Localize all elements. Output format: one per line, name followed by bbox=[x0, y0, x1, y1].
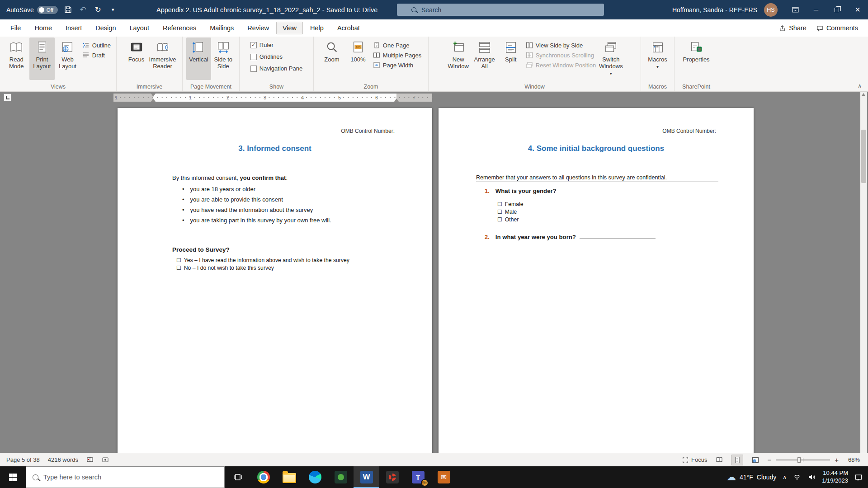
chrome-taskbar-button[interactable] bbox=[250, 466, 276, 488]
ribbon-display-icon bbox=[792, 6, 799, 14]
vertical-button[interactable]: Vertical bbox=[186, 38, 211, 80]
tab-help[interactable]: Help bbox=[304, 22, 330, 34]
zoom-button[interactable]: Zoom bbox=[319, 38, 345, 80]
print-layout-button[interactable]: Print Layout bbox=[29, 38, 55, 80]
read-mode-view-button[interactable] bbox=[713, 455, 725, 465]
switch-windows-button[interactable]: Switch Windows ▾ bbox=[598, 38, 624, 80]
weather-widget[interactable]: ☁ 41°F Cloudy bbox=[726, 472, 776, 483]
one-page-button[interactable]: One Page bbox=[371, 41, 423, 49]
group-label-views: Views bbox=[0, 84, 116, 90]
scroll-up-icon[interactable] bbox=[862, 93, 865, 96]
tab-home[interactable]: Home bbox=[28, 22, 58, 34]
tab-insert[interactable]: Insert bbox=[59, 22, 88, 34]
search-input[interactable] bbox=[421, 6, 584, 14]
zoom-out-button[interactable]: − bbox=[767, 456, 771, 464]
acrobat-taskbar-button[interactable] bbox=[379, 466, 405, 488]
split-button[interactable]: Split bbox=[498, 38, 524, 80]
focus-button[interactable]: Focus bbox=[123, 38, 150, 80]
focus-mode-button[interactable]: Focus bbox=[682, 456, 707, 463]
word-count[interactable]: 4216 words bbox=[48, 456, 78, 463]
zoom-100-button[interactable]: 100 100% bbox=[345, 38, 371, 80]
print-layout-view-button[interactable] bbox=[731, 455, 743, 465]
comments-button[interactable]: Comments bbox=[816, 24, 858, 32]
restore-button[interactable] bbox=[826, 0, 847, 19]
arrange-all-button[interactable]: Arrange All bbox=[472, 38, 498, 80]
web-layout-view-button[interactable] bbox=[749, 455, 761, 465]
tab-stop-selector[interactable] bbox=[4, 94, 11, 101]
immersive-reader-button[interactable]: Immersive Reader bbox=[150, 38, 176, 80]
macro-recording-button[interactable] bbox=[102, 456, 109, 464]
new-window-label: New Window bbox=[445, 56, 472, 70]
macros-button[interactable]: Macros ▾ bbox=[645, 38, 670, 80]
mail-app-taskbar-button[interactable]: ✉ bbox=[431, 466, 457, 488]
ribbon-display-options-button[interactable] bbox=[785, 0, 806, 19]
horizontal-ruler[interactable]: 1 1 2 3 4 5 6 7 bbox=[113, 94, 432, 102]
collapse-ribbon-button[interactable]: ∧ bbox=[858, 83, 862, 89]
greenshot-taskbar-button[interactable] bbox=[328, 466, 354, 488]
ruler-checkbox[interactable]: ✓ Ruler bbox=[249, 41, 304, 49]
start-button[interactable] bbox=[0, 466, 26, 488]
view-side-by-side-button[interactable]: View Side by Side bbox=[524, 41, 598, 49]
zoom-slider-thumb[interactable] bbox=[797, 457, 801, 463]
tab-design[interactable]: Design bbox=[89, 22, 122, 34]
page-indicator[interactable]: Page 5 of 38 bbox=[6, 456, 40, 463]
zoom-slider[interactable] bbox=[776, 460, 830, 460]
page-width-button[interactable]: Page Width bbox=[371, 61, 423, 69]
hanging-indent-marker[interactable] bbox=[151, 99, 156, 102]
zoom-in-button[interactable]: + bbox=[835, 456, 839, 464]
document-page-left[interactable]: OMB Control Number: 3. Informed consent … bbox=[118, 108, 432, 453]
document-page-right[interactable]: OMB Control Number: 4. Some initial back… bbox=[439, 108, 754, 453]
multiple-pages-button[interactable]: Multiple Pages bbox=[371, 51, 423, 59]
autosave-switch[interactable]: Off bbox=[37, 6, 58, 14]
save-button[interactable] bbox=[64, 6, 73, 14]
properties-button[interactable]: S Properties bbox=[680, 38, 712, 80]
teams-taskbar-button[interactable]: T 9+ bbox=[405, 466, 431, 488]
synchronous-scrolling-icon bbox=[526, 52, 533, 59]
customize-qat-button[interactable]: ▾ bbox=[108, 7, 118, 13]
redo-button[interactable]: ↻ bbox=[94, 5, 103, 14]
confidential-note: Remember that your answers to all questi… bbox=[476, 174, 718, 182]
action-center-button[interactable] bbox=[854, 474, 863, 481]
undo-button[interactable]: ↶ bbox=[79, 5, 88, 14]
right-indent-marker[interactable] bbox=[394, 99, 399, 102]
read-mode-button[interactable]: Read Mode bbox=[4, 38, 29, 80]
file-explorer-taskbar-button[interactable] bbox=[276, 466, 302, 488]
tab-mailings[interactable]: Mailings bbox=[203, 22, 240, 34]
hidden-icons-chevron[interactable]: ∧ bbox=[783, 474, 787, 480]
scrollbar-thumb[interactable] bbox=[861, 130, 866, 183]
first-line-indent-marker[interactable] bbox=[151, 94, 156, 97]
minimize-button[interactable]: ─ bbox=[806, 0, 826, 19]
task-view-button[interactable] bbox=[225, 466, 250, 488]
zoom-percentage[interactable]: 68% bbox=[844, 456, 860, 463]
edge-taskbar-button[interactable] bbox=[302, 466, 328, 488]
word-taskbar-button[interactable]: W bbox=[354, 466, 379, 488]
volume-tray-button[interactable] bbox=[807, 474, 816, 481]
tab-acrobat[interactable]: Acrobat bbox=[331, 22, 366, 34]
tab-view[interactable]: View bbox=[276, 22, 303, 34]
tab-references[interactable]: References bbox=[156, 22, 203, 34]
account-name[interactable]: Hoffmann, Sandra - REE-ERS bbox=[672, 6, 757, 14]
draft-button[interactable]: Draft bbox=[80, 51, 113, 59]
navigation-pane-checkbox[interactable]: Navigation Pane bbox=[249, 65, 304, 72]
new-window-button[interactable]: New Window bbox=[445, 38, 472, 80]
share-button[interactable]: Share bbox=[779, 24, 807, 32]
taskbar-search-input[interactable] bbox=[43, 474, 197, 481]
proofing-button[interactable] bbox=[86, 456, 94, 464]
arrange-all-icon bbox=[478, 41, 491, 54]
network-tray-button[interactable] bbox=[793, 474, 801, 481]
bullet-item: •you are able to provide this consent bbox=[182, 196, 331, 206]
close-button[interactable]: × bbox=[847, 0, 868, 19]
side-to-side-button[interactable]: Side to Side bbox=[211, 38, 236, 80]
vertical-scrollbar[interactable] bbox=[860, 92, 867, 453]
gridlines-checkbox[interactable]: Gridlines bbox=[249, 53, 304, 61]
taskbar-search-box[interactable] bbox=[26, 466, 225, 488]
web-layout-button[interactable]: Web Layout bbox=[55, 38, 80, 80]
tab-file[interactable]: File bbox=[4, 22, 27, 34]
autosave-toggle[interactable]: AutoSave Off bbox=[6, 6, 58, 14]
tab-review[interactable]: Review bbox=[241, 22, 275, 34]
outline-button[interactable]: Outline bbox=[80, 41, 113, 49]
tab-layout[interactable]: Layout bbox=[123, 22, 156, 34]
avatar[interactable]: HS bbox=[764, 3, 778, 17]
search-box[interactable] bbox=[397, 4, 604, 16]
clock[interactable]: 10:44 PM 1/19/2023 bbox=[822, 469, 848, 485]
